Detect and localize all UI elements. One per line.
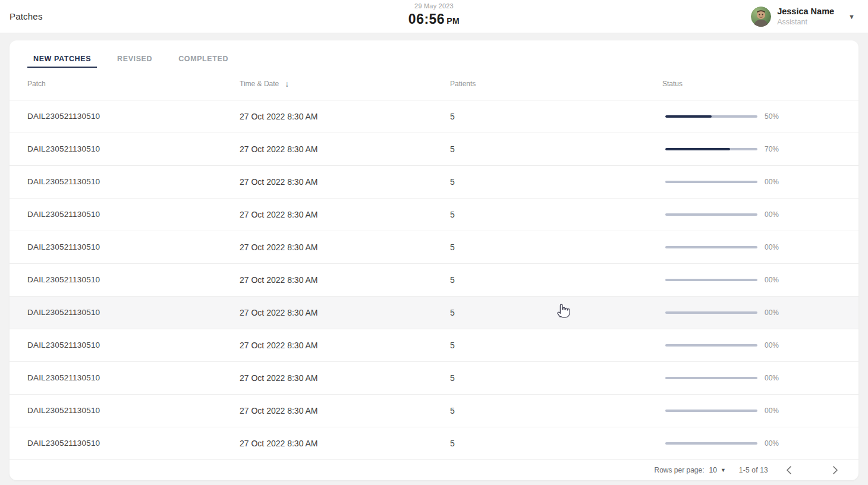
row-datetime: 27 Oct 2022 8:30 AM <box>230 177 441 187</box>
table-row[interactable]: DAIL230521130510 27 Oct 2022 8:30 AM 5 0… <box>10 427 858 459</box>
patch-id: DAIL230521130510 <box>18 112 230 121</box>
progress-percent: 00% <box>765 308 779 317</box>
page-range: 1-5 of 13 <box>739 466 768 474</box>
progress-bar <box>665 246 757 248</box>
row-status: 00% <box>653 178 858 186</box>
sort-descending-icon[interactable]: ↓ <box>285 79 289 89</box>
progress-bar <box>665 279 757 281</box>
table-row[interactable]: DAIL230521130510 27 Oct 2022 8:30 AM 5 0… <box>10 394 858 427</box>
meridiem: PM <box>446 16 460 26</box>
clock: 29 May 2023 06:56PM <box>408 2 460 28</box>
row-datetime: 27 Oct 2022 8:30 AM <box>230 275 441 285</box>
row-status: 50% <box>653 112 858 121</box>
progress-bar <box>665 442 757 445</box>
row-status: 00% <box>653 439 858 448</box>
row-patients: 5 <box>441 144 653 154</box>
patch-id: DAIL230521130510 <box>18 177 230 186</box>
row-status: 00% <box>653 341 858 349</box>
row-status: 70% <box>653 145 858 153</box>
progress-percent: 00% <box>765 210 779 219</box>
row-datetime: 27 Oct 2022 8:30 AM <box>230 406 441 415</box>
progress-percent: 00% <box>765 341 779 349</box>
tab-bar: NEW PATCHES REVISED COMPLETED <box>10 40 858 68</box>
patch-id: DAIL230521130510 <box>18 144 230 153</box>
table-row[interactable]: DAIL230521130510 27 Oct 2022 8:30 AM 5 5… <box>10 100 858 133</box>
row-patients: 5 <box>441 439 653 448</box>
patch-id: DAIL230521130510 <box>18 341 230 349</box>
row-status: 00% <box>653 276 858 284</box>
tab-revised[interactable]: REVISED <box>111 51 158 68</box>
row-patients: 5 <box>441 308 653 317</box>
progress-percent: 00% <box>765 439 779 448</box>
patch-id: DAIL230521130510 <box>18 308 230 317</box>
row-patients: 5 <box>441 210 653 219</box>
patch-id: DAIL230521130510 <box>18 406 230 415</box>
column-header-patients: Patients <box>441 80 653 88</box>
column-header-time-date[interactable]: Time & Date ↓ <box>230 79 441 89</box>
rows-per-page-select[interactable]: 10 ▼ <box>709 466 726 474</box>
row-patients: 5 <box>441 112 653 121</box>
current-time: 06:56PM <box>408 11 460 28</box>
progress-fill <box>665 148 730 150</box>
row-datetime: 27 Oct 2022 8:30 AM <box>230 144 441 154</box>
table-footer: Rows per page: 10 ▼ 1-5 of 13 <box>10 459 858 480</box>
row-patients: 5 <box>441 177 653 187</box>
table-body: DAIL230521130510 27 Oct 2022 8:30 AM 5 5… <box>10 100 858 459</box>
progress-percent: 00% <box>765 178 779 186</box>
row-status: 00% <box>653 308 858 317</box>
rows-per-page: Rows per page: 10 ▼ <box>655 466 726 474</box>
row-status: 00% <box>653 374 858 382</box>
rows-per-page-label: Rows per page: <box>655 466 705 474</box>
progress-fill <box>665 115 712 118</box>
progress-percent: 50% <box>765 112 779 121</box>
row-datetime: 27 Oct 2022 8:30 AM <box>230 373 441 383</box>
row-datetime: 27 Oct 2022 8:30 AM <box>230 439 441 448</box>
table-row[interactable]: DAIL230521130510 27 Oct 2022 8:30 AM 5 7… <box>10 133 858 165</box>
user-menu[interactable]: Jessica Name Assistant ▼ <box>751 6 858 27</box>
column-header-status: Status <box>653 80 858 88</box>
progress-bar <box>665 311 757 314</box>
row-status: 00% <box>653 210 858 219</box>
user-name: Jessica Name <box>777 6 834 17</box>
row-datetime: 27 Oct 2022 8:30 AM <box>230 112 441 121</box>
avatar <box>751 7 771 27</box>
patch-id: DAIL230521130510 <box>18 275 230 284</box>
table-row[interactable]: DAIL230521130510 27 Oct 2022 8:30 AM 5 0… <box>10 263 858 296</box>
progress-bar <box>665 115 757 118</box>
progress-percent: 00% <box>765 243 779 251</box>
table-row[interactable]: DAIL230521130510 27 Oct 2022 8:30 AM 5 0… <box>10 165 858 198</box>
patches-card: NEW PATCHES REVISED COMPLETED Patch Time… <box>10 40 858 480</box>
row-patients: 5 <box>441 373 653 383</box>
table-row[interactable]: DAIL230521130510 27 Oct 2022 8:30 AM 5 0… <box>10 231 858 263</box>
progress-bar <box>665 410 757 412</box>
row-status: 00% <box>653 243 858 251</box>
next-page-button[interactable] <box>828 462 843 478</box>
tab-completed[interactable]: COMPLETED <box>172 51 234 68</box>
progress-percent: 00% <box>765 407 779 415</box>
tab-new-patches[interactable]: NEW PATCHES <box>27 51 97 68</box>
chevron-down-icon[interactable]: ▼ <box>848 13 855 20</box>
patch-id: DAIL230521130510 <box>18 373 230 382</box>
table-row[interactable]: DAIL230521130510 27 Oct 2022 8:30 AM 5 0… <box>10 329 858 361</box>
progress-bar <box>665 148 757 150</box>
user-role: Assistant <box>777 17 834 27</box>
table-row[interactable]: DAIL230521130510 27 Oct 2022 8:30 AM 5 0… <box>10 296 858 329</box>
row-status: 00% <box>653 407 858 415</box>
row-patients: 5 <box>441 242 653 252</box>
progress-percent: 00% <box>765 276 779 284</box>
table-row[interactable]: DAIL230521130510 27 Oct 2022 8:30 AM 5 0… <box>10 361 858 394</box>
previous-page-button[interactable] <box>781 462 797 478</box>
progress-bar <box>665 213 757 216</box>
row-patients: 5 <box>441 406 653 415</box>
table-row[interactable]: DAIL230521130510 27 Oct 2022 8:30 AM 5 0… <box>10 198 858 231</box>
row-patients: 5 <box>441 275 653 285</box>
column-header-patch: Patch <box>18 80 230 88</box>
patch-id: DAIL230521130510 <box>18 210 230 219</box>
chevron-right-icon <box>832 466 838 474</box>
row-datetime: 27 Oct 2022 8:30 AM <box>230 210 441 219</box>
page-title: Patches <box>10 11 43 21</box>
top-bar: Patches 29 May 2023 06:56PM <box>0 0 868 33</box>
row-datetime: 27 Oct 2022 8:30 AM <box>230 242 441 252</box>
row-datetime: 27 Oct 2022 8:30 AM <box>230 308 441 317</box>
row-datetime: 27 Oct 2022 8:30 AM <box>230 341 441 350</box>
